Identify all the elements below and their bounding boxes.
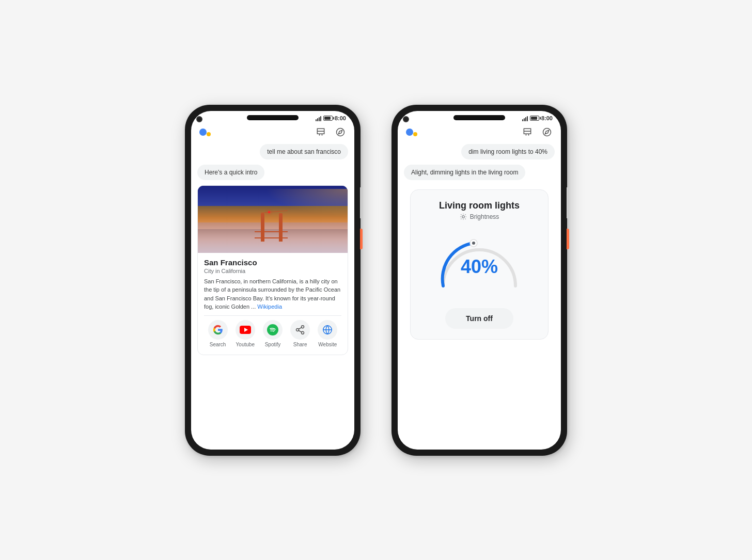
app-bar-1	[191, 123, 354, 142]
assistant-response-1: Here's a quick intro	[197, 165, 348, 185]
youtube-icon	[236, 320, 255, 340]
battery-icon-2	[530, 116, 539, 121]
user-message-2: dim living room lights to 40%	[404, 144, 555, 159]
user-bubble-text-1: tell me about san francisco	[260, 144, 348, 159]
volume-button[interactable]	[360, 229, 363, 249]
smart-home-card: Living room lights Brightness	[410, 189, 549, 340]
action-spotify-label: Spotify	[265, 342, 281, 347]
assistant-logo-1	[199, 128, 211, 136]
volume-button-2[interactable]	[567, 229, 569, 249]
card-title-sf: San Francisco	[204, 258, 341, 267]
brightness-dial[interactable]: 40%	[433, 227, 526, 299]
action-youtube[interactable]: Youtube	[236, 320, 255, 347]
compass-icon[interactable]	[335, 126, 346, 138]
action-spotify[interactable]: Spotify	[263, 320, 283, 347]
phone-1: 8:00	[185, 105, 361, 456]
signal-icon	[316, 115, 321, 121]
spotify-icon	[263, 320, 283, 340]
svg-point-6	[302, 331, 304, 334]
assistant-logo-2	[406, 128, 417, 136]
chat-area-2: dim living room lights to 40% Alight, di…	[398, 142, 561, 450]
scene: 8:00	[0, 84, 752, 476]
assistant-bubble-text-1: Here's a quick intro	[197, 165, 264, 180]
power-button[interactable]	[360, 187, 363, 218]
svg-point-9	[462, 215, 464, 218]
assistant-response-2: Alight, dimming lights in the living roo…	[404, 165, 555, 185]
svg-point-11	[472, 242, 475, 245]
wikipedia-link[interactable]: Wikipedia	[257, 303, 282, 310]
front-camera	[196, 116, 202, 122]
logo-dot-blue-2	[406, 129, 413, 136]
app-bar-icons-2	[522, 126, 553, 138]
time-display-1: 8:00	[335, 115, 346, 121]
user-bubble-text-2: dim living room lights to 40%	[461, 144, 555, 159]
action-website[interactable]: Website	[318, 320, 337, 347]
compass-icon-2[interactable]	[541, 126, 553, 138]
brightness-icon	[460, 213, 467, 220]
app-bar-2	[398, 123, 561, 142]
action-share[interactable]: Share	[290, 320, 310, 347]
website-icon	[318, 320, 337, 340]
action-share-label: Share	[293, 342, 307, 347]
chat-area-1: tell me about san francisco Here's a qui…	[191, 142, 354, 450]
info-card-sf: San Francisco City in California San Fra…	[197, 185, 348, 355]
brightness-percentage: 40%	[461, 256, 498, 278]
svg-point-8	[543, 128, 551, 136]
card-content-sf: San Francisco City in California San Fra…	[198, 253, 348, 355]
svg-point-0	[337, 128, 344, 136]
inbox-icon[interactable]	[315, 126, 326, 138]
phone-2-screen: 8:00	[398, 111, 561, 450]
front-camera-2	[403, 116, 409, 122]
logo-dot-yellow-1	[207, 132, 211, 136]
status-icons-1: 8:00	[316, 115, 346, 121]
status-bar-2: 8:00	[398, 111, 561, 123]
svg-point-5	[296, 328, 299, 331]
share-icon	[290, 320, 310, 340]
inbox-icon-2[interactable]	[522, 126, 533, 138]
phone-1-screen: 8:00	[191, 111, 354, 450]
action-youtube-label: Youtube	[236, 342, 255, 347]
app-bar-icons-1	[315, 126, 346, 138]
action-website-label: Website	[318, 342, 337, 347]
brightness-text: Brightness	[470, 213, 499, 220]
time-display-2: 8:00	[541, 115, 553, 121]
logo-dot-yellow-2	[413, 132, 417, 136]
logo-dot-blue-1	[199, 129, 207, 136]
action-row-sf: Search Youtube	[204, 315, 341, 349]
phone-2: 8:00	[391, 105, 567, 456]
signal-icon-2	[522, 115, 528, 121]
card-subtitle-sf: City in California	[204, 268, 341, 274]
assistant-bubble-text-2: Alight, dimming lights in the living roo…	[404, 165, 525, 180]
svg-point-4	[302, 325, 304, 328]
turn-off-button[interactable]: Turn off	[445, 308, 513, 329]
power-button-2[interactable]	[567, 187, 569, 218]
status-bar-1: 8:00	[191, 111, 354, 123]
card-description-sf: San Francisco, in northern California, i…	[204, 277, 341, 311]
google-icon	[208, 320, 228, 340]
user-message-1: tell me about san francisco	[197, 144, 348, 159]
battery-icon	[323, 116, 333, 121]
action-search-label: Search	[210, 342, 226, 347]
brightness-label: Brightness	[419, 213, 540, 220]
action-search[interactable]: Search	[208, 320, 228, 347]
status-icons-2: 8:00	[522, 115, 553, 121]
sf-image	[198, 186, 348, 253]
lights-title: Living room lights	[419, 200, 540, 211]
